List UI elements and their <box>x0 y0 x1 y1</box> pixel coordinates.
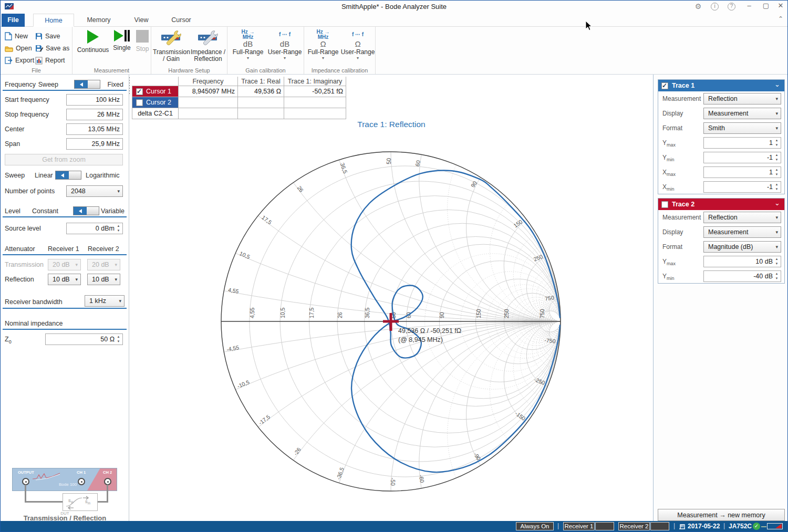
settings-gear-icon[interactable]: ⚙ <box>693 2 703 11</box>
trace2-ymax-input[interactable]: 10 dB▲▼ <box>703 256 781 267</box>
rim-label: 26 <box>296 184 305 193</box>
dropdown-arrow-icon[interactable]: ▾ <box>306 56 340 60</box>
freq-list-icon: f ⋯ f <box>267 29 303 40</box>
receiver2-level-box <box>650 522 669 530</box>
spinner-icons[interactable]: ▲▼ <box>773 272 780 281</box>
chevron-down-icon[interactable]: ⌄ <box>774 80 780 88</box>
open-button[interactable]: Open <box>5 43 32 54</box>
receiver-bandwidth-dropdown[interactable]: 1 kHz ▾ <box>85 295 125 307</box>
trace1-xmax-input[interactable]: 1▲▼ <box>703 166 781 178</box>
spinner-icons[interactable]: ▲▼ <box>773 138 780 148</box>
measurement-to-memory-button[interactable]: Measurement → new memory <box>658 509 785 521</box>
rim-label: 150 <box>512 218 523 229</box>
trace1-display-dropdown[interactable]: Measurement▾ <box>703 108 781 119</box>
rim-label: -10,5 <box>236 379 251 389</box>
export-button[interactable]: Export <box>5 55 34 66</box>
maximize-button[interactable]: ▢ <box>759 2 773 9</box>
single-button[interactable]: Single <box>110 30 133 51</box>
number-of-points-dropdown[interactable]: 2048 ▾ <box>66 185 123 197</box>
transmission-gain-setup-button[interactable]: Transmission / Gain <box>153 30 190 62</box>
mouse-cursor <box>585 20 593 31</box>
close-button[interactable]: ✕ <box>774 2 787 9</box>
save-button[interactable]: Save <box>35 31 60 41</box>
chevron-down-icon[interactable]: ⌄ <box>774 199 780 207</box>
rim-label: 10,5 <box>239 250 251 260</box>
trace1-checkbox[interactable] <box>661 82 668 89</box>
spinner-icons[interactable]: ▲▼ <box>773 153 780 162</box>
chevron-down-icon: ▾ <box>775 230 778 235</box>
new-button[interactable]: New <box>5 31 28 41</box>
dropdown-arrow-icon[interactable]: ▾ <box>230 56 266 60</box>
receiver2-button[interactable]: Receiver 2 <box>618 522 650 530</box>
trace2-header[interactable]: Trace 2 ⌄ <box>658 199 784 210</box>
toggle-arrow-icon <box>61 173 64 178</box>
trace1-header[interactable]: Trace 1 ⌄ <box>658 80 784 91</box>
collapse-ribbon-icon[interactable]: ⌃ <box>778 15 783 23</box>
freq-list-icon: f ⋯ f <box>340 29 375 40</box>
trace1-format-dropdown[interactable]: Smith▾ <box>703 122 781 134</box>
linear-log-toggle[interactable] <box>55 171 81 180</box>
span-input[interactable]: 25,9 MHz <box>66 138 123 150</box>
reflection-attn-receiver2-dropdown[interactable]: 10 dB ▾ <box>87 274 120 285</box>
hz-to-mhz-icon: Hz → MHz <box>230 29 266 40</box>
rim-label: 750 <box>545 294 555 301</box>
trace2-box: Trace 2 ⌄ Measurement Reflection▾ Displa… <box>658 198 785 284</box>
svg-text:S21: S21 <box>85 500 90 505</box>
help-icon[interactable]: ? <box>728 3 735 11</box>
trace1-ymin-input[interactable]: -1▲▼ <box>703 152 781 163</box>
constant-variable-toggle[interactable] <box>73 206 99 215</box>
save-floppy-icon <box>35 33 43 40</box>
trace1-ymax-input[interactable]: 1▲▼ <box>703 137 781 149</box>
spinner-icons[interactable]: ▲▼ <box>115 224 122 233</box>
trace1-measurement-dropdown[interactable]: Reflection▾ <box>703 93 781 105</box>
z0-input[interactable]: 50 Ω ▲▼ <box>45 333 123 345</box>
impedance-user-range-button[interactable]: f ⋯ f Ω User-Range ▾ <box>340 29 375 60</box>
spinner-icons[interactable]: ▲▼ <box>773 168 780 177</box>
spinner-icons[interactable]: ▲▼ <box>773 257 780 266</box>
group-label-hardware: Hardware Setup <box>151 67 227 74</box>
continuous-button[interactable]: Continuous <box>76 30 110 54</box>
chevron-down-icon: ▾ <box>775 96 778 101</box>
trace2-display-dropdown[interactable]: Measurement▾ <box>703 226 781 238</box>
tab-file[interactable]: File <box>2 14 25 27</box>
sweep-fixed-toggle[interactable] <box>74 80 100 89</box>
start-frequency-input[interactable]: 100 kHz <box>66 94 123 106</box>
trace2-ymin-input[interactable]: -40 dB▲▼ <box>703 270 781 282</box>
reflection-attn-receiver1-dropdown[interactable]: 10 dB ▾ <box>48 274 81 285</box>
spinner-icons[interactable]: ▲▼ <box>115 335 122 344</box>
wrench-silver-icon <box>197 30 219 46</box>
always-on-button[interactable]: Always On <box>516 522 554 530</box>
gain-user-range-button[interactable]: f ⋯ f dB User-Range ▾ <box>267 29 303 60</box>
minimize-button[interactable]: – <box>742 2 756 9</box>
receiver1-button[interactable]: Receiver 1 <box>563 522 595 530</box>
tab-memory[interactable]: Memory <box>79 14 118 27</box>
tab-home[interactable]: Home <box>33 14 74 27</box>
cursor-annotation: (@ 8,945 MHz) <box>398 336 443 343</box>
save-as-floppy-pencil-icon <box>35 45 43 52</box>
trace1-xmin-input[interactable]: -1▲▼ <box>703 181 781 193</box>
link-line <box>761 526 766 527</box>
bode100-instrument: OUTPUT CH 1 CH 2 Bode 100 <box>12 468 117 491</box>
trace2-checkbox[interactable] <box>661 201 668 208</box>
center-frequency-input[interactable]: 13,05 MHz <box>66 123 123 135</box>
trace2-format-dropdown[interactable]: Magnitude (dB)▾ <box>703 241 781 253</box>
stop-frequency-input[interactable]: 26 MHz <box>66 109 123 120</box>
dut-box: S11 S21 <box>63 493 98 511</box>
dropdown-arrow-icon[interactable]: ▾ <box>340 56 375 60</box>
trace1-box: Trace 1 ⌄ Measurement Reflection▾ Displa… <box>658 79 785 194</box>
group-label-file: File <box>1 67 72 74</box>
impedance-reflection-setup-button[interactable]: Impedance / Reflection <box>190 30 226 62</box>
impedance-full-range-button[interactable]: Hz → MHz Ω Full-Range ▾ <box>306 29 340 60</box>
dropdown-arrow-icon[interactable]: ▾ <box>267 56 303 60</box>
report-button[interactable]: Report <box>35 55 65 66</box>
source-level-input[interactable]: 0 dBm ▲▼ <box>66 223 123 234</box>
save-as-button[interactable]: Save as <box>35 43 69 54</box>
trace2-measurement-dropdown[interactable]: Reflection▾ <box>703 212 781 223</box>
tab-cursor[interactable]: Cursor <box>163 14 199 27</box>
spinner-icons[interactable]: ▲▼ <box>773 182 780 192</box>
tab-view[interactable]: View <box>125 14 158 27</box>
gain-full-range-button[interactable]: Hz → MHz dB Full-Range ▾ <box>230 29 266 60</box>
ribbon-group-file: New Open Export Save Save as Report File <box>1 27 72 74</box>
cable <box>107 485 108 502</box>
info-icon[interactable]: i <box>711 3 719 11</box>
